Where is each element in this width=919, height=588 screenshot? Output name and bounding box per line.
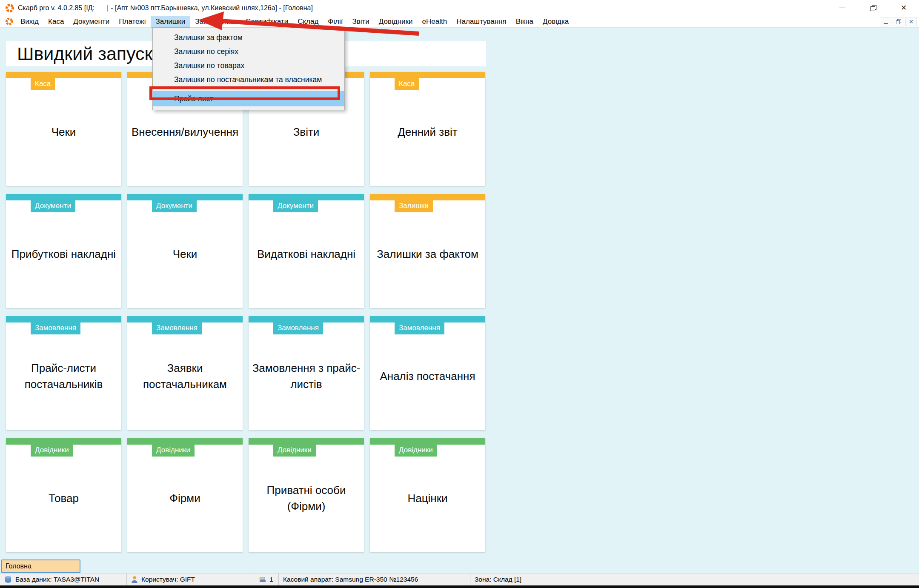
tile-color-bar: [6, 316, 121, 323]
quick-launch-grid: Каса Чеки Каса Внесення/вилучення Каса З…: [6, 72, 486, 552]
mdi-child-icon: [5, 17, 13, 26]
mdi-restore-button[interactable]: [893, 17, 904, 26]
restore-button[interactable]: [858, 0, 888, 16]
bottom-edge-strip: [0, 585, 919, 588]
tile-label: Аналіз постачання: [370, 323, 485, 430]
window-controls: ✕: [827, 0, 919, 16]
tile-prybutkovi-nakladni[interactable]: Документи Прибуткові накладні: [6, 194, 121, 308]
tile-firmy[interactable]: Довідники Фірми: [127, 438, 243, 552]
mdi-close-icon: ✕: [909, 18, 914, 25]
tab-label: Головна: [6, 562, 31, 570]
page-title: Швидкий запуск: [17, 43, 152, 64]
dropdown-item-zalyshky-za-faktom[interactable]: Залишки за фактом: [153, 31, 344, 45]
tile-label: Прайс-листи постачальників: [6, 323, 121, 430]
minimize-icon: [839, 8, 845, 9]
tile-label: Видаткові накладні: [249, 200, 364, 308]
app-logo-icon: [5, 3, 14, 13]
zalyshky-dropdown-menu: Залишки за фактом Залишки по серіях Зали…: [152, 28, 345, 110]
tile-analiz-postachannia[interactable]: Замовлення Аналіз постачання: [370, 316, 485, 430]
status-cash-register: Касовий апарат: Samsung ER-350 №123456: [279, 574, 470, 585]
menu-item-zalyshky[interactable]: Залишки: [151, 16, 191, 28]
tile-cheky-dokumenty[interactable]: Документи Чеки: [127, 194, 243, 308]
menu-item-dovidka[interactable]: Довідка: [538, 16, 573, 28]
tile-label: Чеки: [6, 78, 121, 186]
tile-label: Фірми: [127, 445, 243, 552]
tile-label: Приватні особи (Фірми): [249, 445, 364, 552]
user-icon: [131, 576, 138, 583]
menu-item-kasa[interactable]: Каса: [43, 16, 69, 28]
tile-color-bar: [370, 438, 485, 445]
redaction-pipe: |: [94, 4, 111, 11]
tile-label: Денний звіт: [370, 78, 485, 186]
tile-color-bar: [6, 438, 121, 445]
mdi-close-button[interactable]: ✕: [905, 17, 917, 26]
menu-bar: Вихід Каса Документи Платежі Залишки Зам…: [0, 16, 919, 28]
menu-item-vikna[interactable]: Вікна: [511, 16, 538, 28]
dropdown-separator: [154, 89, 344, 89]
mdi-minimize-icon: [884, 23, 888, 24]
tile-label: Чеки: [127, 200, 243, 308]
menu-item-filii[interactable]: Філії: [323, 16, 347, 28]
menu-item-ehealth[interactable]: eHealth: [418, 16, 452, 28]
tile-tovar[interactable]: Довідники Товар: [6, 438, 121, 552]
status-bar: База даних: TASA3@TITAN Користувач: GIFT…: [0, 573, 919, 585]
tile-label: Залишки за фактом: [370, 200, 485, 308]
tile-label: Націнки: [370, 445, 485, 552]
dropdown-item-zalyshky-po-seriiakh[interactable]: Залишки по серіях: [153, 45, 344, 59]
tile-pryvatni-osoby[interactable]: Довідники Приватні особи (Фірми): [249, 438, 364, 552]
status-register-count: 1: [254, 574, 279, 585]
tile-prais-lysty-postachalnykiv[interactable]: Замовлення Прайс-листи постачальників: [6, 316, 121, 430]
menu-item-nalashtuvannia[interactable]: Налаштування: [452, 16, 511, 28]
close-button[interactable]: ✕: [888, 0, 919, 16]
tile-color-bar: [370, 316, 485, 323]
tile-dennyi-zvit[interactable]: Каса Денний звіт: [370, 72, 485, 186]
tile-vydatkovi-nakladni[interactable]: Документи Видаткові накладні: [249, 194, 364, 308]
tile-zaiavky-postachalnykam[interactable]: Замовлення Заявки постачальникам: [127, 316, 243, 430]
status-zone: Зона: Склад [1]: [470, 574, 526, 585]
tile-color-bar: [370, 72, 485, 78]
tile-color-bar: [370, 194, 485, 200]
menu-item-zamovlennia[interactable]: Замовлення: [190, 16, 241, 28]
tile-label: Заявки постачальникам: [127, 323, 243, 430]
tile-color-bar: [127, 194, 243, 200]
mdi-restore-icon: [896, 19, 901, 24]
tile-label: Прибуткові накладні: [6, 200, 121, 308]
tile-color-bar: [6, 72, 121, 78]
minimize-button[interactable]: [827, 0, 858, 16]
menu-item-dokumenty[interactable]: Документи: [69, 16, 114, 28]
dropdown-item-zalyshky-po-tovarakh[interactable]: Залишки по товарах: [153, 59, 344, 73]
window-title: Скарб pro v. 4.0.2.85 [ІД:|- [Апт №003 п…: [18, 4, 313, 12]
dropdown-item-prais-lyst[interactable]: Прайс лист: [153, 91, 344, 106]
close-icon: ✕: [901, 3, 907, 12]
tile-color-bar: [249, 316, 364, 323]
menu-item-sklad[interactable]: Склад: [293, 16, 323, 28]
tile-cheky-kasa[interactable]: Каса Чеки: [6, 72, 121, 186]
dropdown-item-zalyshky-po-postachalnykam[interactable]: Залишки по постачальникам та власникам: [153, 73, 344, 87]
menu-item-zvity[interactable]: Звіти: [347, 16, 374, 28]
tile-zalyshky-za-faktom[interactable]: Залишки Залишки за фактом: [370, 194, 485, 308]
cash-register-icon: [258, 576, 266, 583]
menu-item-sertyfikaty[interactable]: Сертифікати: [241, 16, 293, 28]
tile-color-bar: [6, 194, 121, 200]
tab-holovna[interactable]: Головна: [1, 559, 80, 573]
menu-item-dovidnyky[interactable]: Довідники: [374, 16, 418, 28]
restore-icon: [870, 5, 876, 11]
tile-color-bar: [127, 438, 243, 445]
tile-color-bar: [249, 194, 364, 200]
menu-items: Вихід Каса Документи Платежі Залишки Зам…: [16, 16, 573, 28]
tile-label: Замовлення з прайс-листів: [249, 323, 364, 430]
menu-item-vykhid[interactable]: Вихід: [16, 16, 43, 28]
database-icon: [4, 576, 12, 583]
menu-item-platezhi[interactable]: Платежі: [114, 16, 150, 28]
status-database: База даних: TASA3@TITAN: [0, 574, 127, 585]
tile-label: Товар: [6, 445, 121, 552]
title-bar: Скарб pro v. 4.0.2.85 [ІД:|- [Апт №003 п…: [0, 0, 919, 16]
mdi-window-controls: ✕: [880, 17, 917, 26]
tile-natsinky[interactable]: Довідники Націнки: [370, 438, 485, 552]
mdi-minimize-button[interactable]: [880, 17, 891, 26]
tile-zamovlennia-z-prais-lystiv[interactable]: Замовлення Замовлення з прайс-листів: [249, 316, 364, 430]
tile-color-bar: [127, 316, 243, 323]
tile-color-bar: [249, 438, 364, 445]
status-user: Користувач: GIFT: [127, 574, 254, 585]
